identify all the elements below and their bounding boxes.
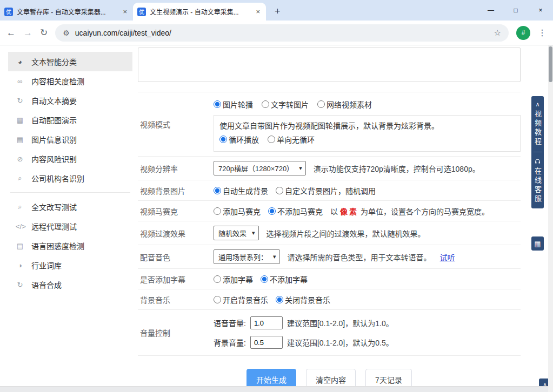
headset-icon (534, 158, 541, 165)
new-tab-button[interactable]: + (270, 6, 285, 17)
form-row-transition: 视频过渡效果 随机效果 ▾ 选择视频片段之间的过渡效果，默认随机效果。 (138, 221, 521, 245)
browser-toolbar: ← → ↻ ⚙ ucaiyun.com/caiji/test_video/ ☆ … (0, 21, 553, 45)
sidebar: ◕ 文本智能分类 ∞ 内容相关度检测 ↻ 自动文本摘要 ▦ 自动配图演示 ▤ 图… (8, 52, 132, 294)
auto-background-radio[interactable]: 自动生成背景 (214, 185, 268, 196)
form-row-volume: 音量控制 语音音量: 建议范围[0.1-2.0]，默认为1.0。 背景音量: 建… (138, 310, 521, 356)
radio-input[interactable] (214, 296, 221, 303)
sidebar-item-industry-dictionary[interactable]: ◑ 行业词库 (8, 255, 132, 275)
bg-volume-label: 背景音量: (214, 337, 246, 348)
sidebar-item-label: 语言困惑度检测 (31, 240, 84, 251)
no-mosaic-radio[interactable]: 不添加马赛克 (268, 206, 323, 217)
sidebar-item-proxy-test[interactable]: </> 远程代理测试 (8, 217, 132, 236)
page-scrollbar[interactable] (548, 45, 553, 392)
radio-input[interactable] (214, 187, 221, 194)
sidebar-item-label: 远程代理测试 (31, 221, 77, 232)
refresh-icon: ↻ (16, 97, 24, 105)
form-row-mosaic: 视频马赛克 添加马赛克 不添加马赛克 以像素为单位，设置各个方向的马赛克宽度。 (138, 201, 521, 221)
close-icon[interactable]: × (254, 8, 262, 16)
sidebar-item-label: 内容相关度检测 (31, 76, 84, 86)
address-bar[interactable]: ⚙ ucaiyun.com/caiji/test_video/ ☆ (55, 24, 509, 42)
form-row-voice-tone: 配音音色 通用场景系列： ▾ 请选择所需的音色类型，用于文本转语音。 试听 (138, 245, 521, 269)
voice-volume-label: 语音音量: (214, 317, 246, 328)
browser-menu-icon[interactable]: ⋮ (538, 28, 547, 38)
radio-input[interactable] (214, 207, 221, 215)
loop-play-radio[interactable]: 循环播放 (219, 134, 259, 145)
bgm-off-radio[interactable]: 关闭背景音乐 (276, 294, 330, 305)
sidebar-item-speech-synthesis[interactable]: ↻ 语音合成 (8, 275, 132, 294)
row-label: 视频模式 (138, 97, 214, 152)
add-subtitle-radio[interactable]: 添加字幕 (214, 274, 253, 285)
radio-input[interactable] (214, 275, 221, 283)
row-label: 视频背景图片 (138, 185, 214, 196)
sidebar-item-org-name-recognition[interactable]: ⌕ 公司机构名识别 (8, 168, 132, 188)
tab-strip: 优 文章暂存库 - 自动文章采集器... × 优 文生视频演示 - 自动文章采集… (0, 0, 553, 21)
maximize-button[interactable]: □ (503, 6, 528, 14)
transition-select[interactable]: 随机效果 ▾ (214, 226, 259, 240)
voice-volume-input[interactable] (250, 316, 283, 329)
chevron-down-icon: ▾ (252, 229, 255, 236)
bookmark-star-icon[interactable]: ☆ (494, 28, 501, 38)
sidebar-item-auto-image-demo[interactable]: ▦ 自动配图演示 (8, 110, 132, 130)
radio-input[interactable] (219, 136, 227, 143)
image-carousel-radio[interactable]: 图片轮播 (214, 99, 253, 110)
floating-side-widget: ∧ 视频教程 在线客服 (531, 96, 544, 208)
online-service-button[interactable]: 在线客服 (532, 167, 543, 204)
text-to-image-radio[interactable]: 文字转图片 (262, 99, 309, 110)
radio-input[interactable] (214, 100, 221, 108)
sidebar-item-label: 图片信息识别 (31, 134, 77, 145)
main-panel: 视频模式 图片轮播 文字转图片 网络视频素材 使用文章自带图片作为视频配图轮播展… (138, 45, 521, 390)
back-button[interactable]: ← (6, 28, 16, 38)
resolution-select[interactable]: 720p横屏（1280×720） ▾ (214, 161, 306, 175)
select-value: 720p横屏（1280×720） (218, 163, 294, 173)
radio-input[interactable] (261, 275, 268, 283)
sidebar-item-auto-summary[interactable]: ↻ 自动文本摘要 (8, 91, 132, 110)
qr-code-icon: ▦ (534, 240, 541, 248)
bg-volume-input[interactable] (250, 336, 283, 349)
video-tutorial-button[interactable]: 视频教程 (532, 110, 543, 147)
radio-input[interactable] (317, 100, 325, 108)
custom-background-radio[interactable]: 自定义背景图片，随机调用 (276, 185, 376, 196)
site-settings-icon[interactable]: ⚙ (63, 29, 70, 37)
radio-input[interactable] (276, 187, 283, 194)
radio-input[interactable] (268, 207, 276, 215)
voice-tone-select[interactable]: 通用场景系列： ▾ (214, 249, 280, 264)
widget-divider (534, 152, 542, 152)
sidebar-item-perplexity-check[interactable]: ▤ 语言困惑度检测 (8, 236, 132, 255)
article-textarea[interactable] (138, 48, 521, 82)
radio-input[interactable] (276, 296, 283, 303)
form-row-resolution: 视频分辨率 720p横屏（1280×720） ▾ 演示功能仅支持720p清晰度，… (138, 157, 521, 180)
close-window-button[interactable]: × (528, 6, 553, 14)
video-settings-form: 视频模式 图片轮播 文字转图片 网络视频素材 使用文章自带图片作为视频配图轮播展… (138, 92, 521, 390)
radio-input[interactable] (268, 136, 275, 143)
window-controls: — □ × (478, 0, 553, 21)
scrollbar-thumb[interactable] (549, 46, 552, 82)
profile-avatar[interactable]: # (516, 26, 530, 40)
sidebar-item-text-classification[interactable]: ◕ 文本智能分类 (8, 52, 132, 71)
site-favicon-icon: 优 (137, 8, 146, 16)
mosaic-hint-pre: 以 (330, 207, 338, 216)
radio-input[interactable] (262, 100, 269, 108)
sidebar-item-content-relevance[interactable]: ∞ 内容相关度检测 (8, 71, 132, 91)
footer-strip (0, 386, 548, 392)
sidebar-item-image-info[interactable]: ▤ 图片信息识别 (8, 130, 132, 149)
minimize-button[interactable]: — (478, 6, 503, 14)
row-label: 音量控制 (138, 314, 214, 351)
radio-label: 添加马赛克 (223, 206, 261, 217)
no-loop-radio[interactable]: 单向无循环 (268, 134, 315, 145)
sidebar-item-label: 自动文本摘要 (31, 95, 77, 106)
sidebar-item-content-risk[interactable]: ⊘ 内容风险识别 (8, 149, 132, 168)
reload-button[interactable]: ↻ (40, 27, 48, 38)
tab-video-demo[interactable]: 优 文生视频演示 - 自动文章采集... × (133, 3, 266, 21)
web-video-material-radio[interactable]: 网络视频素材 (317, 99, 372, 110)
tab-article-store[interactable]: 优 文章暂存库 - 自动文章采集器... × (0, 3, 133, 21)
bgm-on-radio[interactable]: 开启背景音乐 (214, 294, 268, 305)
close-icon[interactable]: × (121, 8, 129, 16)
audition-link[interactable]: 试听 (440, 252, 455, 262)
no-subtitle-radio[interactable]: 不添加字幕 (261, 274, 308, 285)
form-row-subtitle: 是否添加字幕 添加字幕 不添加字幕 (138, 269, 521, 289)
sidebar-item-rewrite-test[interactable]: ⌕ 全文改写测试 (8, 197, 132, 217)
add-mosaic-radio[interactable]: 添加马赛克 (214, 206, 261, 217)
transition-hint: 选择视频片段之间的过渡效果，默认随机效果。 (266, 228, 425, 239)
qr-code-button[interactable]: ▦ (531, 236, 544, 251)
radio-label: 关闭背景音乐 (285, 294, 330, 305)
